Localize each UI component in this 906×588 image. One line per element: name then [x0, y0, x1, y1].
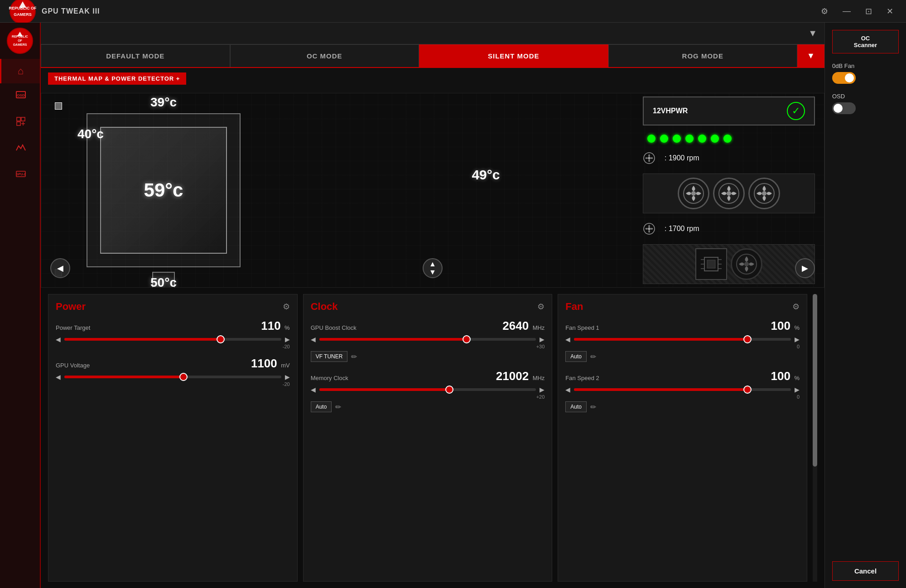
fan-speed2-inc-button[interactable]: ▶: [795, 386, 800, 393]
temp-top: 39°c: [150, 95, 177, 110]
vf-edit-icon[interactable]: ✏: [351, 352, 357, 361]
app-window: REPUBLIC OF GAMERS GPU TWEAK III ⚙ — ⊡ ✕…: [0, 0, 906, 588]
gpu-voltage-inc-button[interactable]: ▶: [285, 373, 290, 381]
svg-point-25: [648, 227, 651, 230]
temp-bottom: 50°c: [150, 275, 177, 288]
clock-settings-icon[interactable]: ⚙: [537, 302, 545, 312]
fan-speed2-auto-row: Auto ✏: [565, 401, 800, 412]
tab-oc-mode[interactable]: OC MODE: [230, 44, 419, 67]
fan-speed2-slider[interactable]: [574, 388, 791, 391]
gpu-boost-clock-dec-button[interactable]: ◀: [311, 336, 316, 343]
fan-speed2-row: Fan Speed 2 100 % ◀: [565, 369, 800, 412]
cancel-button[interactable]: Cancel: [832, 561, 899, 581]
fan-speed1-label-row: Fan Speed 1 100 %: [565, 319, 800, 333]
gpu-boost-clock-thumb: [463, 335, 471, 343]
close-button[interactable]: ✕: [883, 5, 897, 18]
mode-tab-dropdown[interactable]: ▼: [797, 44, 824, 67]
thermal-header[interactable]: THERMAL MAP & POWER DETECTOR +: [48, 72, 186, 85]
gpu-right-panel: 12VHPWR ✓: [643, 96, 815, 284]
gpu-chip-container: 39°c 40°c 59°c 50°c: [87, 113, 241, 267]
fan1-speed: : 1900 rpm: [665, 154, 699, 162]
tab-rog-mode[interactable]: ROG MODE: [608, 44, 798, 67]
memory-clock-fill: [319, 388, 449, 391]
fan-speed2-dec-button[interactable]: ◀: [565, 386, 570, 393]
vf-row: VF TUNER ✏: [311, 351, 545, 362]
gpu-boost-clock-label: GPU Boost Clock: [311, 324, 357, 331]
fan-speed1-auto-button[interactable]: Auto: [565, 351, 587, 362]
content-area: ▼ DEFAULT MODE OC MODE SILENT MODE ROG M…: [41, 23, 824, 588]
power-target-dec-button[interactable]: ◀: [56, 336, 61, 343]
gpu-voltage-unit: mV: [281, 362, 290, 369]
power-card-header: Power ⚙: [56, 301, 290, 313]
vf-tuner-button[interactable]: VF TUNER: [311, 351, 348, 362]
fan-row-2: : 1700 rpm: [643, 222, 815, 235]
memory-clock-edit-icon[interactable]: ✏: [335, 403, 341, 411]
fan-circle-3: [748, 178, 780, 209]
led-dot-5: [698, 135, 706, 143]
memory-clock-dec-button[interactable]: ◀: [311, 386, 316, 393]
fan2-speed: : 1700 rpm: [665, 225, 699, 233]
fan-speed2-fill: [574, 388, 747, 391]
memory-clock-auto-button[interactable]: Auto: [311, 401, 332, 412]
memory-clock-slider[interactable]: [319, 388, 536, 391]
gpu-boost-clock-value: 2640: [502, 319, 529, 333]
nav-prev-button[interactable]: ◀: [50, 258, 70, 278]
power-card-title: Power: [56, 301, 86, 313]
settings-button[interactable]: ⚙: [817, 5, 832, 18]
fan-speed1-dec-button[interactable]: ◀: [565, 336, 570, 343]
sidebar-item-download[interactable]: [0, 110, 40, 136]
memory-clock-offset: +20: [311, 394, 545, 400]
scrollbar-thumb[interactable]: [813, 294, 817, 467]
fan-speed2-thumb: [743, 386, 752, 394]
memory-clock-slider-row: ◀ ▶: [311, 386, 545, 393]
gpu-voltage-label: GPU Voltage: [56, 362, 90, 369]
power-target-slider[interactable]: [64, 338, 281, 341]
svg-point-21: [727, 191, 731, 196]
gpu-boost-clock-inc-button[interactable]: ▶: [540, 336, 545, 343]
nav-next-button[interactable]: ▶: [795, 258, 815, 278]
tab-default-mode[interactable]: DEFAULT MODE: [41, 44, 230, 67]
power-settings-icon[interactable]: ⚙: [283, 302, 290, 312]
osd-icon: OSD: [15, 90, 26, 103]
osd-toggle[interactable]: [832, 102, 856, 114]
sidebar-item-gpuz[interactable]: GPU-Z: [0, 162, 40, 188]
fan-speed2-unit: %: [794, 375, 800, 381]
fan-settings-icon[interactable]: ⚙: [792, 302, 800, 312]
sidebar-item-osd[interactable]: OSD: [0, 83, 40, 110]
memory-clock-inc-button[interactable]: ▶: [540, 386, 545, 393]
fan2-icon: [643, 222, 655, 235]
sidebar-item-monitor[interactable]: [0, 136, 40, 162]
fan-speed1-inc-button[interactable]: ▶: [795, 336, 800, 343]
fan-speed1-edit-icon[interactable]: ✏: [590, 352, 596, 361]
fan-speed1-slider[interactable]: [574, 338, 791, 341]
fan-speed2-auto-button[interactable]: Auto: [565, 401, 587, 412]
tab-silent-mode[interactable]: SILENT MODE: [419, 44, 608, 67]
minimize-button[interactable]: —: [839, 5, 854, 18]
led-dot-4: [685, 135, 694, 143]
sidebar-item-home[interactable]: ⌂: [0, 59, 40, 83]
gpu-boost-clock-slider[interactable]: [319, 338, 536, 341]
connector-box: 12VHPWR ✓: [643, 96, 815, 125]
fan1-icon: [643, 152, 655, 164]
power-target-inc-button[interactable]: ▶: [285, 336, 290, 343]
nav-scroll-button[interactable]: ▲ ▼: [423, 258, 443, 278]
gpu-voltage-dec-button[interactable]: ◀: [56, 373, 61, 381]
gpu-visual: 39°c 40°c 59°c 50°c 49°c 12VHPWR ✓: [41, 93, 824, 288]
gpu-voltage-slider[interactable]: [64, 376, 281, 378]
dropdown-bar: ▼: [41, 23, 824, 44]
memory-clock-label: Memory Clock: [311, 375, 348, 381]
power-card: Power ⚙ Power Target 110 %: [48, 294, 298, 582]
scrollbar[interactable]: [813, 294, 817, 582]
clock-card-header: Clock ⚙: [311, 301, 545, 313]
odb-fan-toggle[interactable]: [832, 72, 856, 84]
gpuz-icon: GPU-Z: [15, 169, 26, 182]
maximize-button[interactable]: ⊡: [862, 5, 876, 18]
power-target-value: 110: [261, 319, 280, 333]
fan-speed2-edit-icon[interactable]: ✏: [590, 403, 596, 411]
fan-speed2-offset: 0: [565, 394, 800, 400]
gpu-boost-clock-slider-row: ◀ ▶: [311, 336, 545, 343]
oc-scanner-button[interactable]: OC Scanner: [832, 30, 899, 53]
gpu-voltage-label-row: GPU Voltage 1100 mV: [56, 357, 290, 371]
power-target-label: Power Target: [56, 324, 90, 331]
dropdown-arrow-icon[interactable]: ▼: [808, 28, 817, 39]
